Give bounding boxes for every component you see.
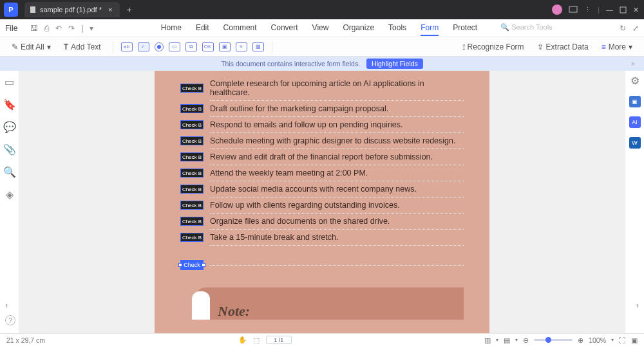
recognize-label: Recognize Form — [468, 42, 524, 51]
menu-organize[interactable]: Organize — [343, 21, 374, 36]
undo-icon[interactable]: ↶ — [55, 24, 62, 33]
page-dimensions: 21 x 29,7 cm — [6, 336, 45, 344]
save-icon[interactable]: 🖫 — [30, 24, 38, 33]
menu-file[interactable]: File — [5, 24, 17, 33]
fullscreen-icon[interactable]: ▣ — [631, 336, 638, 344]
maximize-icon[interactable] — [620, 6, 627, 14]
check-field[interactable]: Check B — [180, 152, 204, 161]
document-tab[interactable]: sample pdf (1).pdf * × — [24, 2, 120, 17]
close-window-icon[interactable]: ✕ — [633, 6, 639, 14]
list-field-icon[interactable]: ⧉ — [185, 42, 197, 51]
check-field-selected[interactable]: Check — [180, 260, 204, 270]
bookmarks-icon[interactable]: 🔖 — [3, 98, 16, 111]
title-bar: P sample pdf (1).pdf * × + ⋮ | — ✕ — [0, 0, 644, 19]
screen-icon[interactable] — [569, 5, 578, 14]
fit-icon[interactable]: ⛶ — [619, 336, 626, 344]
check-field[interactable]: Check B — [180, 120, 204, 129]
word-badge-icon[interactable]: W — [629, 137, 641, 149]
text-field-icon[interactable]: ab — [121, 42, 133, 51]
check-field[interactable]: Check B — [180, 217, 204, 226]
divider: | — [598, 6, 600, 14]
view-mode-2-icon[interactable]: ▤ — [504, 336, 510, 344]
radio-field-icon[interactable] — [155, 42, 164, 51]
menu-view[interactable]: View — [312, 21, 329, 36]
layers-icon[interactable]: ◈ — [6, 188, 14, 201]
date-field-icon[interactable]: ▦ — [252, 42, 264, 51]
help-icon[interactable]: ? — [5, 315, 15, 325]
attachments-icon[interactable]: 📎 — [3, 143, 16, 156]
separator — [272, 41, 272, 53]
check-field[interactable]: Check B — [180, 168, 204, 178]
hand-tool-icon[interactable]: ✋ — [238, 336, 247, 344]
task-text: Review and edit draft of the financial r… — [210, 152, 433, 161]
page-next-icon[interactable]: › — [636, 301, 639, 310]
redo-icon[interactable]: ↷ — [68, 24, 75, 33]
button-field-icon[interactable]: OK — [202, 42, 214, 51]
settings-icon[interactable]: ⚙ — [630, 75, 639, 87]
menu-home[interactable]: Home — [161, 21, 182, 36]
task-row: Check BSchedule meeting with graphic des… — [180, 133, 464, 149]
add-text-button[interactable]: TAdd Text — [60, 41, 105, 53]
thumbnails-icon[interactable]: ▭ — [5, 76, 14, 88]
divider: | — [81, 24, 83, 33]
combo-field-icon[interactable]: ▭ — [169, 42, 180, 51]
menu-protect[interactable]: Protect — [453, 21, 477, 36]
checkbox-field-icon[interactable]: ✓ — [138, 42, 149, 51]
form-toolbar: ✎Edit All▾ TAdd Text ab ✓ ▭ ⧉ OK ▣ ≡ ▦ ⟟… — [0, 37, 644, 57]
status-bar: 21 x 29,7 cm ✋ ⬚ 1 /1 ▥▾ ▤▾ ⊖ ⊕ 100%▾ ⛶ … — [0, 333, 644, 346]
check-field[interactable]: Check B — [180, 136, 204, 145]
view-mode-1-icon[interactable]: ▥ — [484, 336, 491, 344]
check-field[interactable]: Check B — [180, 185, 204, 194]
tab-title: sample pdf (1).pdf * — [40, 6, 102, 14]
svg-rect-0 — [30, 6, 35, 13]
new-tab-button[interactable]: + — [126, 5, 131, 15]
menu-convert[interactable]: Convert — [271, 21, 298, 36]
more-button[interactable]: ≡More▾ — [598, 41, 636, 53]
check-field[interactable]: Check B — [180, 201, 204, 210]
user-avatar-icon[interactable] — [552, 5, 562, 15]
task-text: Attend the weekly team meeting at 2:00 P… — [210, 168, 368, 178]
expand-icon[interactable]: ⤢ — [632, 24, 639, 33]
banner-close-icon[interactable]: × — [631, 60, 635, 68]
menu-comment[interactable]: Comment — [223, 21, 257, 36]
zoom-value[interactable]: 100% — [589, 336, 606, 344]
zoom-out-icon[interactable]: ⊖ — [523, 336, 529, 344]
print-icon[interactable]: ⎙ — [44, 24, 49, 33]
ai-badge-icon[interactable]: AI — [629, 116, 641, 128]
note-tab — [192, 291, 210, 320]
task-text: Organize files and documents on the shar… — [210, 217, 390, 226]
extract-data-button[interactable]: ⇪Extract Data — [533, 41, 592, 53]
select-tool-icon[interactable]: ⬚ — [253, 336, 260, 344]
check-field[interactable]: Check B — [180, 104, 204, 113]
canvas[interactable]: Check BComplete research for upcoming ar… — [19, 71, 625, 333]
menu-edit[interactable]: Edit — [196, 21, 209, 36]
page-prev-icon[interactable]: ‹ — [5, 301, 8, 310]
zoom-slider[interactable] — [534, 339, 573, 341]
edit-all-button[interactable]: ✎Edit All▾ — [8, 41, 55, 53]
sig-field-icon[interactable]: ≡ — [236, 42, 247, 51]
search-icon[interactable]: 🔍 — [3, 166, 16, 178]
share-badge-icon[interactable]: ▣ — [629, 96, 641, 107]
task-row: Check BOrganize files and documents on t… — [180, 214, 464, 229]
recognize-form-button[interactable]: ⟟Recognize Form — [459, 41, 528, 53]
check-field[interactable]: Check B — [180, 233, 204, 242]
highlight-fields-button[interactable]: Highlight Fields — [366, 59, 423, 69]
menu-tools[interactable]: Tools — [388, 21, 406, 36]
dotted-line — [210, 245, 464, 246]
kebab-menu-icon[interactable]: ⋮ — [584, 6, 591, 14]
check-field[interactable]: Check B — [180, 84, 204, 93]
close-tab-icon[interactable]: × — [106, 6, 115, 14]
page-number-input[interactable]: 1 /1 — [266, 336, 292, 344]
image-field-icon[interactable]: ▣ — [219, 42, 231, 51]
banner-message: This document contains interactive form … — [221, 60, 360, 68]
extract-label: Extract Data — [546, 42, 589, 51]
task-row: Check BAttend the weekly team meeting at… — [180, 165, 464, 181]
zoom-in-icon[interactable]: ⊕ — [578, 336, 583, 344]
comments-icon[interactable]: 💬 — [3, 121, 16, 133]
sync-icon[interactable]: ↻ — [620, 24, 626, 33]
task-text: Draft outline for the marketing campaign… — [210, 104, 388, 113]
search-tools[interactable]: 🔍 Search Tools — [500, 21, 552, 36]
menu-form[interactable]: Form — [421, 21, 439, 36]
minimize-icon[interactable]: — — [606, 6, 613, 14]
task-text: Take a 15-minute break and stretch. — [210, 233, 338, 242]
